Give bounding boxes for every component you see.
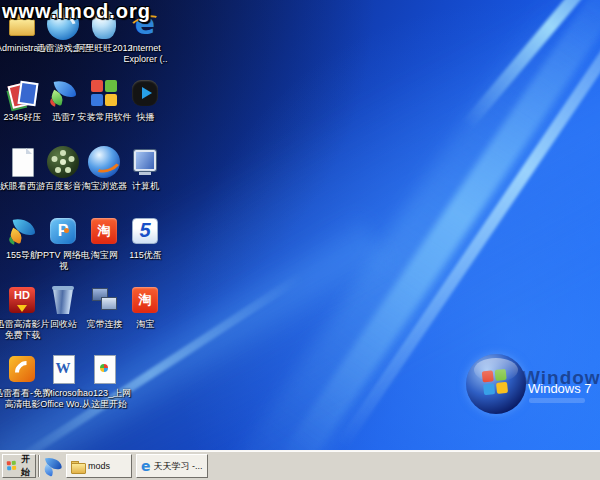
desktop-icon-broadband-connection[interactable]: 宽带连接	[84, 284, 125, 350]
net2-icon	[88, 284, 120, 316]
desktop-icon-taobao[interactable]: 淘 淘宝	[125, 284, 166, 350]
desktop-icon-baidu-player[interactable]: 百度影音	[43, 146, 84, 212]
taskbutton-ie-tiantianxuexi[interactable]: e 天天学习 -...	[136, 454, 208, 478]
desktop-icon-label: 淘宝	[113, 319, 179, 330]
desktop-icon-label: 115优蛋	[113, 250, 179, 261]
windows7-desktop: Windows 7 Windows 7 www.lmod.org Adminis…	[0, 0, 600, 480]
desktop-icon-xunlei-hd-movies[interactable]: HD 迅雷高清影片 免费下载	[2, 284, 43, 350]
desktop-icon-youdan-115[interactable]: 5 115优蛋	[125, 215, 166, 281]
desktop-icon-yaoyan-kan-xiyou[interactable]: 妖眼看西游	[2, 146, 43, 212]
desktop-icon-taobao-browser[interactable]: 淘宝浏览器	[84, 146, 125, 212]
115-icon: 5	[129, 215, 161, 247]
hao-icon	[88, 353, 120, 385]
desktop-icon-taobao-site[interactable]: 淘 淘宝网	[84, 215, 125, 281]
cards-icon	[6, 77, 38, 109]
word-icon: W	[47, 353, 79, 385]
watermark-text: www.lmod.org	[2, 0, 151, 23]
tbsq-icon: 淘	[129, 284, 161, 316]
desktop-icon-recycle-bin[interactable]: 回收站	[43, 284, 84, 350]
desktop-icon-xunlei-7[interactable]: 迅雷7	[43, 77, 84, 143]
pptv-icon: P	[47, 215, 79, 247]
folder-icon	[71, 461, 85, 472]
kankan-icon	[6, 353, 38, 385]
desktop-icon-hao123-shortcut[interactable]: hao123_上网 从这里开始	[84, 353, 125, 419]
desktop-icon-label: hao123_上网 从这里开始	[72, 388, 138, 410]
bird7-icon	[47, 77, 79, 109]
taskbutton-label: mods	[88, 461, 110, 471]
desktop-icon-haozip-2345[interactable]: 2345好压	[2, 77, 43, 143]
desktop-icon-label: Internet Explorer (..	[113, 43, 179, 65]
desktop-icon-qvod-player[interactable]: 快播	[125, 77, 166, 143]
desktop-icon-grid: Administrator 迅雷游戏盒子 阿里旺旺2012 e Internet…	[0, 0, 600, 450]
doc-icon	[6, 146, 38, 178]
desktop-icon-pptv-tv[interactable]: P PPTV 网络电 视	[43, 215, 84, 281]
start-button[interactable]: 开始	[2, 454, 36, 478]
winsq-icon	[88, 77, 120, 109]
tbglobe-icon	[88, 146, 120, 178]
taskbutton-label: 天天学习 -...	[154, 460, 203, 473]
windows-flag-icon	[7, 461, 18, 472]
taskbutton-mods-folder[interactable]: mods	[66, 454, 132, 478]
film-icon	[47, 146, 79, 178]
desktop-icon-computer[interactable]: 计算机	[125, 146, 166, 212]
desktop-icon-install-common-software[interactable]: 安装常用软件	[84, 77, 125, 143]
recycle-icon	[47, 284, 79, 316]
qvod-icon	[129, 77, 161, 109]
desktop-icon-label: 快播	[113, 112, 179, 123]
start-label: 开始	[20, 453, 31, 479]
taskbar-separator	[38, 455, 40, 477]
monitor-icon	[129, 146, 161, 178]
ie-icon: e	[141, 459, 151, 473]
hd-icon: HD	[6, 284, 38, 316]
taskbar: 开始 mods e 天天学习 -... CH ^ 18:10	[0, 450, 600, 480]
tbsq-icon: 淘	[88, 215, 120, 247]
quicklaunch-xunlei-bird-icon[interactable]	[42, 455, 64, 477]
bird155-icon	[6, 215, 38, 247]
desktop-icon-label: 计算机	[113, 181, 179, 192]
